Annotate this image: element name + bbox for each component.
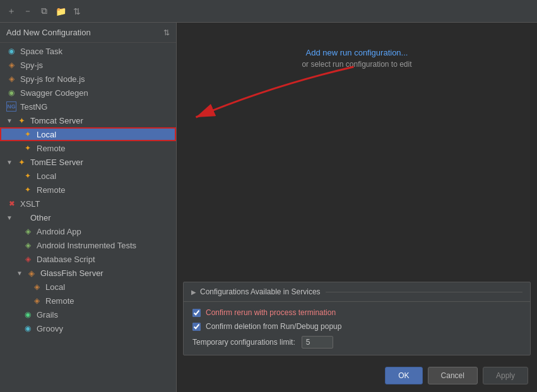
other-icon bbox=[16, 212, 27, 222]
tomcat-local-label: Local bbox=[37, 130, 56, 139]
ok-button[interactable]: OK bbox=[385, 367, 422, 384]
cancel-button[interactable]: Cancel bbox=[428, 367, 478, 384]
xslt-label: XSLT bbox=[20, 199, 40, 209]
folder-icon[interactable]: 📁 bbox=[54, 5, 67, 18]
sidebar-item-groovy[interactable]: ◉ Groovy bbox=[0, 321, 176, 335]
tomcat-chevron-icon: ▼ bbox=[6, 117, 15, 124]
sidebar-item-xslt[interactable]: ✖ XSLT bbox=[0, 197, 176, 210]
testng-label: TestNG bbox=[20, 102, 47, 112]
plus-icon[interactable]: ＋ bbox=[5, 5, 18, 18]
sidebar-item-android-app[interactable]: ◈ Android App bbox=[0, 224, 176, 238]
glassfish-icon: ◈ bbox=[27, 268, 37, 278]
space-task-icon: ◉ bbox=[6, 46, 16, 56]
right-panel: Add new run configuration... or select r… bbox=[177, 23, 537, 392]
minus-icon[interactable]: － bbox=[21, 5, 34, 18]
limit-row: Temporary configurations limit: bbox=[192, 336, 521, 349]
sidebar-item-tomee-local[interactable]: ✦ Local bbox=[0, 169, 176, 183]
sidebar-item-tomcat-server[interactable]: ▼ ✦ Tomcat Server bbox=[0, 113, 176, 127]
spy-js-node-icon: ◈ bbox=[6, 74, 16, 84]
tomee-icon: ✦ bbox=[16, 157, 27, 167]
tomee-label: TomEE Server bbox=[30, 158, 83, 167]
limit-input[interactable] bbox=[302, 336, 333, 349]
sidebar-item-other[interactable]: ▼ Other bbox=[0, 210, 176, 224]
groovy-label: Groovy bbox=[37, 324, 63, 333]
sidebar-item-glassfish-local[interactable]: ◈ Local bbox=[0, 280, 176, 294]
config-panel: ▶ Configurations Available in Services C… bbox=[183, 282, 531, 355]
checkbox-row-deletion: Confirm deletion from Run/Debug popup bbox=[192, 322, 521, 331]
bottom-buttons: OK Cancel Apply bbox=[177, 362, 537, 392]
glassfish-label: GlassFish Server bbox=[40, 268, 103, 278]
sidebar-item-tomee-server[interactable]: ▼ ✦ TomEE Server bbox=[0, 155, 176, 169]
sidebar-item-grails[interactable]: ◉ Grails bbox=[0, 308, 176, 321]
android-app-icon: ◈ bbox=[23, 226, 33, 236]
sidebar-title: Add New Configuration bbox=[6, 28, 91, 37]
main-area: Add New Configuration ⇅ ◉ Space Task ◈ S… bbox=[0, 23, 537, 392]
welcome-text: Add new run configuration... or select r… bbox=[302, 48, 411, 69]
toolbar: ＋ － ⧉ 📁 ⇅ bbox=[0, 0, 537, 23]
swagger-icon: ◉ bbox=[6, 88, 16, 98]
sidebar-item-database-script[interactable]: ◈ Database Script bbox=[0, 252, 176, 266]
glassfish-local-label: Local bbox=[45, 282, 65, 292]
sidebar: Add New Configuration ⇅ ◉ Space Task ◈ S… bbox=[0, 23, 177, 392]
other-label: Other bbox=[30, 213, 51, 222]
grails-icon: ◉ bbox=[23, 309, 33, 320]
testng-icon: NG bbox=[6, 101, 16, 112]
glassfish-local-icon: ◈ bbox=[32, 282, 42, 292]
sidebar-item-space-task[interactable]: ◉ Space Task bbox=[0, 44, 176, 58]
swagger-label: Swagger Codegen bbox=[20, 88, 88, 98]
config-chevron-icon: ▶ bbox=[191, 289, 196, 296]
welcome-sub-text: or select run configuration to edit bbox=[302, 60, 411, 69]
other-chevron-icon: ▼ bbox=[6, 214, 15, 221]
sort-arrows-icon: ⇅ bbox=[163, 28, 170, 37]
sidebar-item-swagger[interactable]: ◉ Swagger Codegen bbox=[0, 86, 176, 100]
tomcat-local-icon: ✦ bbox=[23, 129, 33, 139]
limit-label: Temporary configurations limit: bbox=[192, 338, 295, 347]
sort-icon[interactable]: ⇅ bbox=[71, 5, 83, 18]
tomee-local-icon: ✦ bbox=[23, 171, 33, 181]
sidebar-item-tomcat-remote[interactable]: ✦ Remote bbox=[0, 141, 176, 155]
groovy-icon: ◉ bbox=[23, 323, 33, 333]
tomcat-remote-label: Remote bbox=[37, 144, 66, 153]
tomee-remote-label: Remote bbox=[37, 185, 66, 195]
android-app-label: Android App bbox=[37, 227, 81, 236]
add-config-link[interactable]: Add new run configuration... bbox=[306, 48, 408, 57]
spy-js-node-label: Spy-js for Node.js bbox=[20, 74, 85, 84]
config-section-header: ▶ Configurations Available in Services bbox=[184, 282, 530, 302]
tomee-chevron-icon: ▼ bbox=[6, 159, 15, 166]
tomcat-icon: ✦ bbox=[16, 115, 27, 125]
welcome-area: Add new run configuration... or select r… bbox=[177, 23, 537, 282]
confirm-rerun-checkbox[interactable] bbox=[192, 309, 201, 317]
android-instrumented-label: Android Instrumented Tests bbox=[37, 241, 136, 250]
spy-js-icon: ◈ bbox=[6, 60, 16, 70]
glassfish-remote-label: Remote bbox=[45, 296, 74, 306]
tomcat-label: Tomcat Server bbox=[30, 116, 83, 125]
android-instrumented-icon: ◈ bbox=[23, 240, 33, 250]
sidebar-item-glassfish-remote[interactable]: ◈ Remote bbox=[0, 294, 176, 308]
checkbox-row-rerun: Confirm rerun with process termination bbox=[192, 308, 521, 317]
tomcat-remote-icon: ✦ bbox=[23, 143, 33, 153]
xslt-icon: ✖ bbox=[6, 199, 16, 209]
copy-icon[interactable]: ⧉ bbox=[38, 5, 50, 18]
apply-button[interactable]: Apply bbox=[483, 367, 528, 384]
sidebar-item-spy-js[interactable]: ◈ Spy-js bbox=[0, 58, 176, 72]
sidebar-item-spy-js-node[interactable]: ◈ Spy-js for Node.js bbox=[0, 72, 176, 86]
confirm-rerun-label: Confirm rerun with process termination bbox=[206, 308, 336, 317]
config-options: Confirm rerun with process termination C… bbox=[184, 302, 530, 355]
config-section-title: Configurations Available in Services bbox=[200, 287, 321, 296]
database-script-icon: ◈ bbox=[23, 254, 33, 264]
glassfish-chevron-icon: ▼ bbox=[16, 270, 25, 277]
spy-js-label: Spy-js bbox=[20, 61, 43, 70]
sidebar-item-testng[interactable]: NG TestNG bbox=[0, 100, 176, 113]
sidebar-item-android-instrumented[interactable]: ◈ Android Instrumented Tests bbox=[0, 238, 176, 252]
grails-label: Grails bbox=[37, 310, 58, 320]
confirm-deletion-label: Confirm deletion from Run/Debug popup bbox=[206, 322, 341, 331]
database-script-label: Database Script bbox=[37, 255, 95, 264]
tomee-remote-icon: ✦ bbox=[23, 185, 33, 195]
sidebar-item-tomcat-local[interactable]: ✦ Local bbox=[0, 127, 176, 141]
sidebar-list[interactable]: ◉ Space Task ◈ Spy-js ◈ Spy-js for Node.… bbox=[0, 43, 176, 392]
sidebar-item-tomee-remote[interactable]: ✦ Remote bbox=[0, 183, 176, 197]
sidebar-item-glassfish[interactable]: ▼ ◈ GlassFish Server bbox=[0, 266, 176, 280]
glassfish-remote-icon: ◈ bbox=[32, 296, 42, 306]
confirm-deletion-checkbox[interactable] bbox=[192, 323, 201, 331]
sidebar-header: Add New Configuration ⇅ bbox=[0, 23, 176, 43]
